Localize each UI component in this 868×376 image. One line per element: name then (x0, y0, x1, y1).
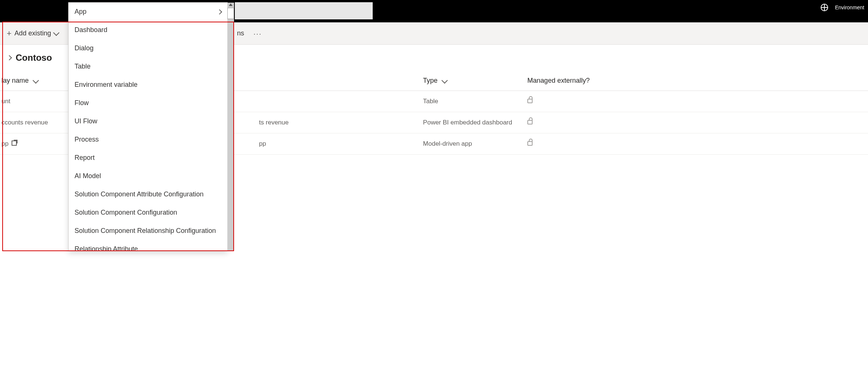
chevron-down-icon (442, 78, 448, 84)
dropdown-item-label: Solution Component Attribute Configurati… (75, 190, 203, 198)
cell-type: Model-driven app (419, 133, 524, 155)
dropdown-item[interactable]: UI Flow (69, 112, 227, 130)
dropdown-item[interactable]: Dialog (69, 39, 227, 57)
add-existing-button[interactable]: + Add existing (0, 22, 65, 44)
col-managed-externally[interactable]: Managed externally? (524, 71, 868, 91)
dropdown-item-label: Solution Component Relationship Configur… (75, 227, 216, 235)
chevron-right-icon[interactable] (7, 55, 12, 60)
cell-name: pp (255, 133, 419, 155)
dropdown-item-label: Dialog (75, 44, 94, 52)
scroll-up-arrow-icon[interactable] (229, 3, 233, 6)
add-existing-label: Add existing (15, 29, 51, 37)
open-external-icon[interactable] (12, 140, 17, 146)
breadcrumb-fragment: ns (237, 29, 244, 37)
dropdown-item-label: Table (75, 63, 91, 70)
chevron-down-icon (33, 78, 39, 84)
dropdown-item[interactable]: Solution Component Configuration (69, 203, 227, 222)
more-commands-button[interactable]: ··· (253, 29, 262, 38)
dropdown-item-label: Process (75, 136, 99, 143)
dropdown-item[interactable]: Dashboard (69, 21, 227, 39)
plus-icon: + (7, 29, 12, 38)
dropdown-item-label: App (75, 8, 86, 16)
dropdown-item[interactable]: Solution Component Attribute Configurati… (69, 185, 227, 203)
dropdown-item-label: Report (75, 154, 95, 162)
scrollbar[interactable] (227, 3, 234, 251)
cell-name (255, 91, 419, 112)
dropdown-item[interactable]: Report (69, 149, 227, 167)
dropdown-item[interactable]: Environment variable (69, 76, 227, 94)
cell-managed (524, 112, 868, 133)
dropdown-item-label: Flow (75, 99, 89, 107)
cell-managed (524, 133, 868, 155)
lock-icon (527, 120, 533, 124)
add-existing-dropdown: AppDashboardDialogTableEnvironment varia… (68, 2, 228, 251)
dropdown-item[interactable]: Table (69, 57, 227, 76)
scroll-thumb[interactable] (227, 8, 234, 19)
dropdown-item[interactable]: AI Model (69, 167, 227, 185)
search-input[interactable] (235, 2, 373, 19)
globe-icon[interactable] (821, 4, 828, 11)
dropdown-item-label: Environment variable (75, 81, 138, 89)
dropdown-item[interactable]: Flow (69, 94, 227, 112)
lock-icon (527, 141, 533, 146)
dropdown-item[interactable]: Process (69, 130, 227, 149)
cell-type: Table (419, 91, 524, 112)
dropdown-item-label: Solution Component Configuration (75, 209, 177, 217)
dropdown-item-label: AI Model (75, 172, 101, 180)
cell-name: ts revenue (255, 112, 419, 133)
lock-icon (527, 99, 533, 103)
chevron-right-icon (217, 9, 222, 14)
dropdown-item[interactable]: Relationship Attribute (69, 240, 227, 251)
dropdown-item-label: UI Flow (75, 117, 97, 125)
dropdown-item-label: Dashboard (75, 26, 107, 34)
cell-managed (524, 91, 868, 112)
environment-label[interactable]: Environment (835, 4, 864, 10)
dropdown-item[interactable]: Solution Component Relationship Configur… (69, 222, 227, 240)
chevron-down-icon (53, 29, 59, 36)
col-type[interactable]: Type (419, 71, 524, 91)
page-title: Contoso (16, 53, 52, 63)
dropdown-item[interactable]: App (69, 3, 227, 21)
cell-type: Power BI embedded dashboard (419, 112, 524, 133)
dropdown-item-label: Relationship Attribute (75, 245, 138, 251)
